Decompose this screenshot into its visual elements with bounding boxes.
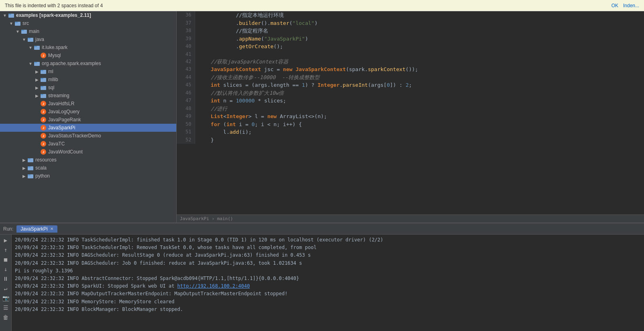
folder-icon [27, 157, 34, 163]
line-code[interactable]: //进行 [195, 105, 644, 113]
java-icon: J [40, 100, 47, 107]
line-code[interactable]: l.add(i); [195, 128, 644, 136]
code-editor[interactable]: 36 //指定本地运行环境37 .builder().master("local… [177, 11, 644, 215]
run-output[interactable]: 20/09/24 22:32:32 INFO TaskSchedulerImpl… [12, 235, 644, 331]
list-icon[interactable]: ☰ [2, 304, 10, 312]
run-output-line: 20/09/24 22:32:32 INFO DAGScheduler: Res… [15, 251, 641, 259]
sidebar-item-label: org.apache.spark.examples [42, 61, 101, 66]
trash-icon[interactable]: 🗑 [2, 313, 10, 321]
run-tab-javasparkpi[interactable]: JavaSparkPi ✕ [16, 225, 57, 233]
ok-button[interactable]: OK [611, 3, 618, 8]
line-code[interactable]: //指定本地运行环境 [195, 11, 644, 19]
arrow-icon: ▼ [27, 61, 34, 66]
sidebar-item-resources[interactable]: ▶resources [0, 156, 176, 164]
stop-icon[interactable]: ■ [2, 255, 10, 264]
up-icon[interactable]: ↑ [2, 246, 10, 254]
sidebar-item-JavaTC[interactable]: JJavaTC [0, 140, 176, 148]
code-line-50: 50 for (int i = 0; i < n; i++) { [177, 121, 644, 129]
line-code[interactable]: JavaSparkContext jsc = new JavaSparkCont… [195, 65, 644, 74]
arrow-icon: ▼ [27, 45, 34, 50]
sidebar-item-JavaLogQuery[interactable]: JJavaLogQuery [0, 108, 176, 116]
package-icon [34, 60, 40, 67]
line-code[interactable]: int slices = (args.length == 1) ? Intege… [195, 81, 644, 89]
sidebar-item-label: scala [35, 165, 47, 171]
sidebar-item-Mysql[interactable]: JMysql [0, 51, 176, 59]
sidebar-item-JavaWordCount[interactable]: JJavaWordCount [0, 148, 176, 156]
code-line-46: 46 //默认将传入的参数扩大10w倍 [177, 89, 644, 97]
sidebar-item-label: Mysql [48, 53, 61, 58]
down-icon[interactable]: ↓ [2, 265, 10, 273]
sidebar-item-label: JavaWordCount [48, 149, 83, 155]
sidebar-item-ml[interactable]: ▶ml [0, 67, 176, 76]
line-code[interactable]: //指定程序名 [195, 27, 644, 35]
line-code[interactable]: List<Integer> l = new ArrayList<>(n); [195, 112, 644, 121]
code-line-42: 42 //获取javaSparkContext容器 [177, 58, 644, 66]
sidebar-item-label: streaming [48, 93, 69, 98]
java-icon: J [40, 149, 47, 155]
folder-icon [8, 12, 14, 18]
line-code[interactable]: //默认将传入的参数扩大10w倍 [195, 89, 644, 97]
code-line-44: 44 //接收主函数传参--10000 --转换成整数型 [177, 74, 644, 82]
line-code[interactable]: //接收主函数传参--10000 --转换成整数型 [195, 74, 644, 82]
sidebar-item-scala[interactable]: ▶scala [0, 164, 176, 172]
code-table: 36 //指定本地运行环境37 .builder().master("local… [177, 11, 644, 144]
breadcrumb-text: JavaSparkPi › main() [180, 216, 233, 221]
line-code[interactable]: int n = 100000 * slices; [195, 97, 644, 105]
line-code[interactable]: //获取javaSparkContext容器 [195, 58, 644, 66]
line-code[interactable] [195, 51, 644, 58]
line-code[interactable]: .appName("JavaSparkPi") [195, 35, 644, 43]
run-output-line: 20/09/24 22:32:32 INFO MemoryStore: Memo… [15, 298, 641, 306]
sidebar-item-it.luke.spark[interactable]: ▼it.luke.spark [0, 43, 176, 51]
run-output-line: 20/09/24 22:32:32 INFO SparkUI: Stopped … [15, 282, 641, 290]
folder-icon [40, 76, 47, 83]
line-number: 41 [177, 51, 195, 58]
line-number: 39 [177, 35, 195, 43]
sidebar-item-java[interactable]: ▼java [0, 35, 176, 43]
run-link[interactable]: http://192.168.100.2:4040 [177, 283, 250, 289]
folder-icon [27, 173, 34, 179]
sidebar-item-label: JavaHdfsLR [48, 101, 74, 106]
run-tab-close-icon[interactable]: ✕ [50, 227, 53, 231]
sidebar-item-label: python [35, 173, 50, 179]
svg-rect-25 [28, 174, 31, 176]
sidebar-item-JavaHdfsLR[interactable]: JJavaHdfsLR [0, 100, 176, 108]
line-number: 36 [177, 11, 195, 19]
sidebar-item-JavaStatusTrackerDemo[interactable]: JJavaStatusTrackerDemo [0, 132, 176, 140]
pause-icon[interactable]: ⏸ [2, 275, 10, 283]
sidebar-item-main[interactable]: ▼main [0, 27, 176, 35]
svg-rect-17 [41, 86, 43, 87]
sidebar-item-src[interactable]: ▼src [0, 19, 176, 27]
svg-rect-1 [8, 14, 11, 15]
sidebar-item-sql[interactable]: ▶sql [0, 84, 176, 92]
indent-button[interactable]: Inden... [623, 3, 639, 8]
sidebar-item-label: resources [35, 157, 57, 163]
sidebar-item-label: JavaLogQuery [48, 109, 79, 114]
sidebar-item-label: JavaStatusTrackerDemo [48, 133, 101, 139]
wrap-icon[interactable]: ↵ [2, 284, 10, 292]
sidebar-item-JavaPageRank[interactable]: JJavaPageRank [0, 116, 176, 124]
sidebar-item-mllib[interactable]: ▶mllib [0, 76, 176, 84]
play-icon[interactable]: ▶ [2, 236, 10, 244]
svg-rect-21 [28, 158, 31, 159]
run-tabs: Run: JavaSparkPi ✕ [0, 223, 644, 235]
code-line-45: 45 int slices = (args.length == 1) ? Int… [177, 81, 644, 89]
sidebar-item-python[interactable]: ▶python [0, 172, 176, 180]
sidebar-item-examples[interactable]: ▼examples [spark-examples_2.11] [0, 11, 176, 19]
sidebar-item-JavaSparkPi[interactable]: JJavaSparkPi [0, 124, 176, 132]
line-code[interactable]: .getOrCreate(); [195, 43, 644, 51]
line-code[interactable]: for (int i = 0; i < n; i++) { [195, 121, 644, 129]
line-code[interactable]: .builder().master("local") [195, 19, 644, 27]
sidebar-item-streaming[interactable]: ▶streaming [0, 92, 176, 100]
sidebar-item-label: ml [48, 69, 53, 74]
run-label: Run: [3, 226, 13, 232]
line-number: 37 [177, 19, 195, 27]
folder-icon [27, 165, 34, 171]
java-icon: J [40, 116, 47, 123]
sidebar-item-label: mllib [48, 77, 58, 82]
line-code[interactable]: } [195, 136, 644, 144]
code-line-51: 51 l.add(i); [177, 128, 644, 136]
sidebar-item-org.apache.spark.examples[interactable]: ▼org.apache.spark.examples [0, 59, 176, 67]
camera-icon[interactable]: 📷 [2, 294, 10, 302]
java-icon: J [40, 52, 47, 59]
line-number: 42 [177, 58, 195, 66]
